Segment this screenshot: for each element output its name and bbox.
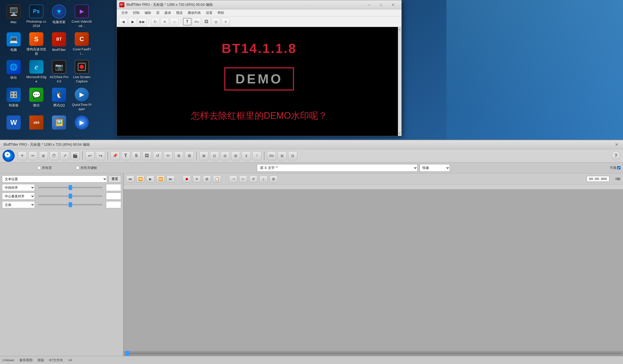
step-forward-button[interactable]: ⏩ [156,175,165,183]
video-button[interactable]: 🎬 [71,151,80,160]
stereo-slider-thumb[interactable] [69,202,72,207]
refresh-button[interactable]: ↻ [151,18,159,25]
icon-photoshop[interactable]: Ps Photoshop cc 2018 [25,3,47,30]
align-button[interactable]: ⊞ [185,151,194,160]
visible-checkbox-label[interactable]: 可视 [610,166,620,170]
minimize-button[interactable]: ─ [363,1,375,9]
skip-start-button[interactable]: ⏮ [126,175,134,183]
step-back-button[interactable]: ⏪ [136,175,144,183]
menu-media[interactable]: 媒体 [162,10,174,16]
icon-player[interactable]: ▶ [71,113,93,141]
select-button[interactable]: S [132,151,141,160]
text-mode-button[interactable]: T [121,151,130,160]
maximize-button[interactable]: □ [375,1,387,9]
play-pause-button[interactable]: ▶ [146,175,154,183]
icon-blufftitler[interactable]: BT BluffTitler [48,30,70,58]
menu-control[interactable]: 控制 [130,10,142,16]
skip-end-button[interactable]: ⏭ [167,175,175,183]
tool5-button[interactable]: ⊻ [242,151,251,160]
vertical-value[interactable]: 0 [106,193,121,200]
pen-button[interactable]: ✏ [164,151,173,160]
icon-diannao[interactable]: 💻 电脑 [3,30,25,58]
tool1-button[interactable]: ⊠ [199,151,208,160]
text-type-button[interactable]: Abc [267,151,276,160]
track-content[interactable] [124,190,623,356]
icon-livecapture[interactable]: Live Screen Capture [71,58,93,86]
reset-button[interactable]: 重置 [109,175,121,183]
abc-button[interactable]: Abc [193,18,201,25]
scale-up-button[interactable]: ⊞ [278,151,287,160]
all-keyframes-checkbox[interactable]: 所有关键帧 [76,166,97,170]
rotate-button[interactable]: ↺ [153,151,162,160]
prev-button[interactable]: ◀ [119,18,127,25]
icon-photos[interactable]: 🖼️ [48,113,70,141]
image-button[interactable]: 🖼 [202,18,211,25]
delete-keyframe-button[interactable]: ✕ [193,175,201,183]
import-button[interactable]: ↩ [28,151,37,160]
next-button[interactable]: ▶▶ [138,18,147,25]
vertical-slider-thumb[interactable] [69,194,72,199]
undo-button[interactable]: ↩ [85,151,94,160]
icon-corel-fast[interactable]: C Corel FastFli... [71,30,93,58]
scale-down-button[interactable]: ⊟ [288,151,297,160]
icon-sougou[interactable]: S 搜狗高速浏览器 [25,30,47,58]
close-button[interactable]: ✕ [387,1,399,9]
mirror-btn[interactable]: ⊥ [259,175,267,183]
record-button[interactable]: ⏺ [183,175,191,183]
help-button[interactable]: ? [611,151,620,160]
icon-x64[interactable]: x64 [25,113,47,141]
icon-bitdefender[interactable]: ▼ 电脑管家 [48,3,70,30]
add-layer-button[interactable]: + [18,151,27,160]
tool2-button[interactable]: ⊡ [210,151,219,160]
duplicate-button[interactable]: ⊞ [39,151,48,160]
icon-tencent-qq[interactable]: 🐧 腾讯QQ [48,86,70,113]
play-button[interactable]: ▶ [128,18,137,25]
horizontal-value[interactable]: 0 [106,184,121,191]
home-button[interactable]: ⌂ [170,18,179,25]
icon-acdsee[interactable]: 📷 ACDSee Pro 4.0 [48,58,70,86]
loop-btn[interactable]: ↺ [249,175,257,183]
icon-mac[interactable]: 🖥️ Mac [3,3,25,30]
timer-button[interactable]: ⏱ [49,151,59,160]
icon-edge[interactable]: e Microsoft Edge [25,58,47,86]
export-button[interactable]: ↗ [60,151,69,160]
icon-quicktime[interactable]: ▶ QuickTime Player [71,86,93,113]
menu-help[interactable]: 帮助 [215,10,227,16]
menu-file[interactable]: 文件 [119,10,130,16]
tool4-button[interactable]: ⊞ [231,151,240,160]
menu-layer[interactable]: 层 [154,10,162,16]
all-layers-checkbox[interactable]: 所有层 [37,166,52,170]
group-button[interactable]: ⊕ [174,151,183,160]
vertical-align-dropdown[interactable]: 中心垂直对齐 [2,193,35,200]
icon-wechat[interactable]: 💬 微信 [25,86,47,113]
icon-corel-video[interactable]: ▶ Corel VideoStud... [71,3,93,30]
horizontal-slider-thumb[interactable] [69,185,72,190]
tool3-button[interactable]: ⊟ [221,151,230,160]
menu-playlist[interactable]: 播放列表 [185,10,203,16]
icon-zhimianban[interactable]: 🎛️ 制面板 [3,86,25,113]
redo-button[interactable]: ↪ [96,151,105,160]
menu-edit[interactable]: 编辑 [142,10,154,16]
editor-close-button[interactable]: ✕ [613,142,619,148]
copy-keyframe-button[interactable]: ⊞ [203,175,211,183]
stereo-value[interactable]: 500 [106,201,121,208]
link-btn[interactable]: ⊞ [269,175,278,183]
speed-dropdown[interactable]: 恒速 [420,164,450,172]
stop-button[interactable]: ✕ [160,18,169,25]
menu-icon-button[interactable]: ≡ [221,18,230,25]
pin-button[interactable]: 📌 [111,151,120,160]
image-mode-button[interactable]: 🖼 [142,151,151,160]
menu-preset[interactable]: 预设 [174,10,185,16]
tool6-button[interactable]: ⊺ [252,151,261,160]
circle-button[interactable]: ◎ [212,18,220,25]
layer-dropdown[interactable]: 层 3: 文字 "" [257,164,417,172]
text-tool-button[interactable]: T [183,18,192,25]
position-dropdown[interactable]: 文本位置 [2,175,107,183]
timeline-playhead[interactable] [126,351,129,356]
menu-settings[interactable]: 设置 [203,10,215,16]
icon-wangzhan[interactable]: 🌐 收站 [3,58,25,86]
horizontal-align-dropdown[interactable]: 中间对齐 [2,184,35,191]
icon-word[interactable]: W [3,113,25,141]
stereo-dropdown[interactable]: 立体 [2,201,35,208]
arrow-left-btn[interactable]: ⊣ [229,175,237,183]
